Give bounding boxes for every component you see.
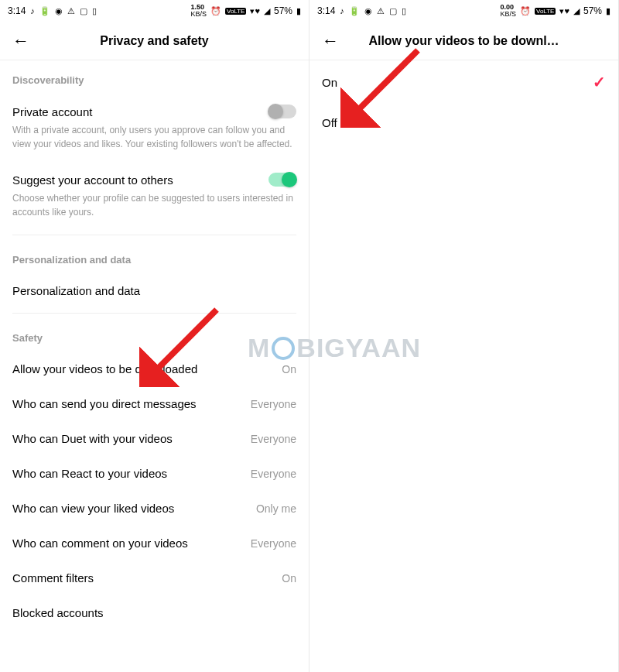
- dm-label: Who can send you direct messages: [12, 397, 197, 410]
- checkmark-icon: ✓: [593, 73, 606, 91]
- screen-download-options: 3:14 ♪ 🔋 ◉ ⚠ ▢ ▯ 0.00KB/S ⏰ VoLTE ▾♥ ◢ 5…: [310, 0, 619, 672]
- toggle-suggest-account[interactable]: [268, 173, 296, 187]
- music-icon: ♪: [340, 6, 344, 15]
- notif-icon: ▯: [92, 6, 97, 16]
- row-personalization[interactable]: Personalization and data: [12, 273, 296, 308]
- data-speed: 0.00KB/S: [501, 4, 517, 18]
- duet-value: Everyone: [251, 433, 296, 445]
- divider: [12, 235, 296, 235]
- filters-label: Comment filters: [12, 571, 94, 585]
- battery-percent: 57%: [583, 5, 602, 16]
- battery-bar-icon: ▮: [296, 6, 301, 16]
- private-account-desc: With a private account, only users you a…: [12, 123, 296, 162]
- warning-icon: ⚠: [67, 6, 75, 16]
- row-comment[interactable]: Who can comment on your videos Everyone: [12, 526, 296, 561]
- image-icon: ▢: [80, 6, 87, 16]
- private-account-label: Private account: [12, 105, 92, 118]
- notif-icon: ▯: [402, 6, 406, 16]
- row-liked-videos[interactable]: Who can view your liked videos Only me: [12, 491, 296, 526]
- duet-label: Who can Duet with your videos: [12, 432, 173, 445]
- wifi-icon: ▾♥: [250, 6, 260, 16]
- row-blocked[interactable]: Blocked accounts: [12, 595, 296, 630]
- screen-privacy: 3:14 ♪ 🔋 ◉ ⚠ ▢ ▯ 1.50KB/S ⏰ VoLTE ▾♥ ◢ 5…: [0, 0, 310, 672]
- page-title: Allow your videos to be downl…: [322, 34, 606, 48]
- camera-icon: ◉: [55, 6, 63, 16]
- battery-bar-icon: ▮: [606, 6, 610, 16]
- image-icon: ▢: [389, 6, 397, 16]
- section-safety: Safety: [12, 318, 296, 351]
- status-bar: 3:14 ♪ 🔋 ◉ ⚠ ▢ ▯ 1.50KB/S ⏰ VoLTE ▾♥ ◢ 5…: [0, 0, 309, 22]
- liked-label: Who can view your liked videos: [12, 502, 174, 515]
- signal-icon: ◢: [264, 6, 270, 16]
- filters-value: On: [282, 572, 296, 585]
- option-on-label: On: [322, 76, 337, 89]
- camera-icon: ◉: [364, 6, 372, 16]
- row-direct-messages[interactable]: Who can send you direct messages Everyon…: [12, 386, 296, 421]
- personalization-label: Personalization and data: [12, 284, 140, 297]
- wifi-icon: ▾♥: [559, 6, 569, 16]
- suggest-account-desc: Choose whether your profile can be sugge…: [12, 191, 296, 230]
- liked-value: Only me: [256, 502, 296, 515]
- alarm-icon: ⏰: [520, 6, 531, 16]
- header: ← Allow your videos to be downl…: [310, 22, 618, 60]
- divider: [12, 313, 296, 314]
- allow-download-label: Allow your videos to be downloaded: [12, 362, 197, 375]
- row-duet[interactable]: Who can Duet with your videos Everyone: [12, 421, 296, 456]
- row-allow-download[interactable]: Allow your videos to be downloaded On: [12, 351, 296, 386]
- suggest-account-label: Suggest your account to others: [12, 173, 173, 187]
- warning-icon: ⚠: [377, 6, 385, 16]
- volte-icon: VoLTE: [225, 8, 246, 15]
- row-react[interactable]: Who can React to your videos Everyone: [12, 456, 296, 491]
- alarm-icon: ⏰: [210, 6, 221, 16]
- page-title: Privacy and safety: [12, 34, 296, 48]
- battery-icon: 🔋: [349, 6, 360, 16]
- section-discoverability: Discoverability: [12, 60, 296, 94]
- music-icon: ♪: [30, 6, 35, 15]
- battery-icon: 🔋: [39, 6, 50, 16]
- status-time: 3:14: [317, 5, 335, 16]
- status-bar: 3:14 ♪ 🔋 ◉ ⚠ ▢ ▯ 0.00KB/S ⏰ VoLTE ▾♥ ◢ 5…: [310, 0, 618, 22]
- data-speed: 1.50KB/S: [191, 4, 207, 18]
- back-button[interactable]: ←: [322, 31, 339, 51]
- option-off[interactable]: Off: [310, 104, 618, 142]
- allow-download-value: On: [282, 363, 296, 375]
- react-label: Who can React to your videos: [12, 467, 167, 480]
- comment-value: Everyone: [251, 537, 296, 550]
- row-comment-filters[interactable]: Comment filters On: [12, 561, 296, 595]
- toggle-private-account[interactable]: [268, 105, 296, 118]
- volte-icon: VoLTE: [535, 8, 556, 15]
- section-personalization: Personalization and data: [12, 240, 296, 273]
- battery-percent: 57%: [274, 5, 292, 16]
- dm-value: Everyone: [251, 398, 296, 410]
- react-value: Everyone: [251, 468, 296, 480]
- option-on[interactable]: On ✓: [310, 60, 618, 104]
- header: ← Privacy and safety: [0, 22, 309, 60]
- back-button[interactable]: ←: [12, 31, 29, 51]
- signal-icon: ◢: [573, 6, 580, 16]
- comment-label: Who can comment on your videos: [12, 537, 188, 550]
- status-time: 3:14: [8, 5, 26, 16]
- option-off-label: Off: [322, 116, 337, 129]
- blocked-label: Blocked accounts: [12, 606, 104, 619]
